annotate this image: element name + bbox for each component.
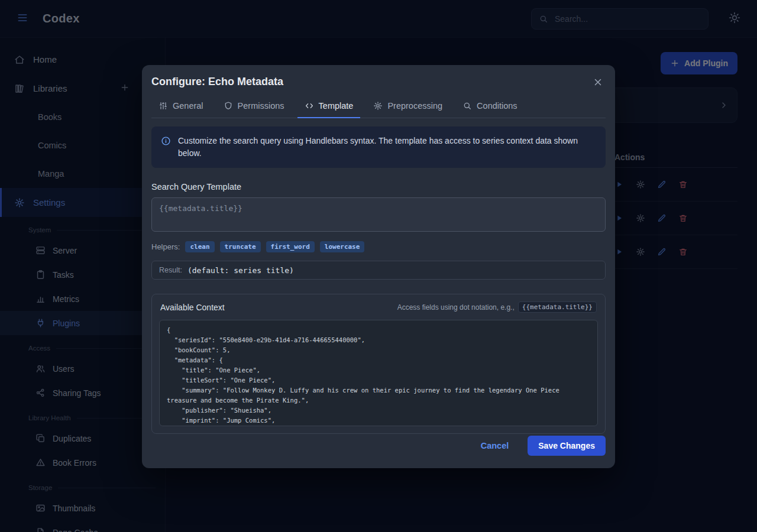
helper-badge-clean[interactable]: clean <box>185 241 214 252</box>
search-icon <box>462 101 472 111</box>
helpers-label: Helpers: <box>151 242 180 251</box>
tab-conditions[interactable]: Conditions <box>455 100 525 118</box>
helper-badge-truncate[interactable]: truncate <box>220 241 261 252</box>
tab-permissions[interactable]: Permissions <box>216 100 292 118</box>
code-icon <box>305 101 314 111</box>
tab-label: Permissions <box>238 101 284 111</box>
info-banner: Customize the search query using Handleb… <box>151 126 606 168</box>
helper-badge-lowercase[interactable]: lowercase <box>320 241 365 252</box>
tab-label: Preprocessing <box>387 101 442 111</box>
context-json-content: { "seriesId": "550e8400-e29b-41d4-a716-4… <box>167 325 590 426</box>
context-panel-header: Available Context Access fields using do… <box>152 294 605 320</box>
cancel-button[interactable]: Cancel <box>477 440 513 451</box>
tab-label: General <box>173 101 203 111</box>
context-hint: Access fields using dot notation, e.g., … <box>397 301 597 313</box>
modal-tabs: General Permissions Template Preprocessi… <box>151 100 606 118</box>
search-query-template-input[interactable] <box>151 197 606 232</box>
context-hint-code: {{metadata.title}} <box>518 301 597 313</box>
shield-icon <box>224 101 233 111</box>
app-root: Codex Home Libraries Books <box>0 0 757 532</box>
result-label: Result: <box>159 266 182 274</box>
context-json-viewer[interactable]: { "seriesId": "550e8400-e29b-41d4-a716-4… <box>159 320 598 426</box>
context-hint-text: Access fields using dot notation, e.g., <box>397 303 515 312</box>
result-value: (default: series title) <box>187 266 294 275</box>
tab-preprocessing[interactable]: Preprocessing <box>366 100 449 118</box>
context-title: Available Context <box>160 303 225 312</box>
gear-icon <box>373 101 383 111</box>
save-changes-button[interactable]: Save Changes <box>528 436 606 456</box>
info-banner-text: Customize the search query using Handleb… <box>178 135 596 160</box>
tab-label: Template <box>319 101 354 111</box>
modal-close-button[interactable] <box>590 74 606 92</box>
tab-template[interactable]: Template <box>297 100 361 118</box>
helper-badge-first-word[interactable]: first_word <box>266 241 315 252</box>
info-icon <box>161 136 171 146</box>
tab-general[interactable]: General <box>151 100 211 118</box>
modal-title: Configure: Echo Metadata <box>151 76 606 88</box>
template-field-label: Search Query Template <box>151 182 606 192</box>
modal-footer: Cancel Save Changes <box>142 423 615 468</box>
available-context-panel: Available Context Access fields using do… <box>151 294 606 434</box>
configure-plugin-modal: Configure: Echo Metadata General Permiss… <box>142 65 615 468</box>
tab-label: Conditions <box>477 101 517 111</box>
close-icon <box>593 77 603 87</box>
helpers-row: Helpers: clean truncate first_word lower… <box>151 241 606 252</box>
result-preview: Result: (default: series title) <box>151 261 606 280</box>
sliders-icon <box>158 101 168 111</box>
